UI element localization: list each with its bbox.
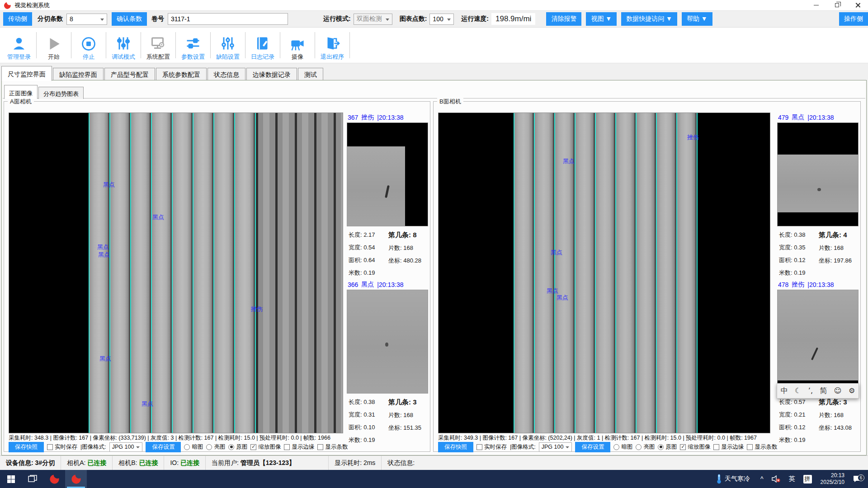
save-settings-button[interactable]: 保存设置 xyxy=(575,442,610,452)
stat-value: 197.86 xyxy=(834,257,852,264)
log-record-button[interactable]: 日志记录 xyxy=(245,29,280,61)
original-image-radio[interactable] xyxy=(228,444,234,450)
stat-value: 0.57 xyxy=(794,399,805,405)
start-button[interactable] xyxy=(0,470,22,488)
gear-icon[interactable]: ⚙ xyxy=(849,387,855,394)
start-button[interactable]: 开始 xyxy=(37,29,71,61)
dark-image-radio[interactable] xyxy=(613,444,619,450)
slit-count-select[interactable]: 8 xyxy=(66,14,107,25)
title-bar: 视觉检测系统 xyxy=(0,0,868,11)
tab-system-param-config[interactable]: 系统参数配置 xyxy=(156,68,207,81)
minimize-button[interactable] xyxy=(806,0,826,11)
realtime-save-checkbox[interactable] xyxy=(47,444,53,450)
admin-login-button[interactable]: 管理登录 xyxy=(2,29,36,61)
notification-center-button[interactable]: 6 xyxy=(849,475,868,483)
tab-edge-data-record[interactable]: 边缘数据记录 xyxy=(246,68,297,81)
save-settings-button[interactable]: 保存设置 xyxy=(146,442,181,452)
ime-punctuation-mode[interactable]: ’, xyxy=(808,387,813,394)
tab-test[interactable]: 测试 xyxy=(298,68,323,81)
chart-points-select[interactable]: 100 xyxy=(429,14,454,25)
moon-icon[interactable]: ☾ xyxy=(795,387,801,394)
thumbnail-material-region xyxy=(778,290,859,380)
data-quick-access-button[interactable]: 数据快捷访问 ▼ xyxy=(621,12,677,26)
save-snapshot-button[interactable]: 保存快照 xyxy=(438,442,473,452)
show-edge-checkbox[interactable] xyxy=(284,444,290,450)
view-menu-button[interactable]: 视图 ▼ xyxy=(586,12,617,26)
ime-toolbar: 中 ☾ ’, 简 ☺ ⚙ xyxy=(777,383,859,399)
emoji-icon[interactable]: ☺ xyxy=(834,387,842,394)
tab-trend-chart[interactable]: 分布趋势图表 xyxy=(38,87,84,99)
param-settings-button[interactable]: 参数设置 xyxy=(176,29,210,61)
tab-product-model-config[interactable]: 产品型号配置 xyxy=(104,68,155,81)
restore-button[interactable] xyxy=(826,0,847,11)
tab-front-image[interactable]: 正面图像 xyxy=(4,85,38,99)
thumbnail-material-region xyxy=(778,155,859,212)
h-sliders-icon xyxy=(185,35,201,52)
v-sliders-icon xyxy=(220,35,236,52)
weather-widget[interactable]: 天气寒冷 xyxy=(710,474,756,484)
bright-image-radio[interactable] xyxy=(206,444,212,450)
camera-b-view[interactable]: 挫伤 黑点 黑点 黑点 黑点 xyxy=(438,113,770,433)
defect-settings-button[interactable]: 缺陷设置 xyxy=(211,29,245,61)
slit-count-label: 分切条数 xyxy=(38,15,63,23)
monitor-gear-icon xyxy=(150,35,166,52)
zoom-image-label: 缩放图像 xyxy=(258,443,281,451)
ime-mode-indicator[interactable]: 拼 xyxy=(799,470,816,488)
stop-button[interactable]: 停止 xyxy=(71,29,106,61)
original-image-label: 原图 xyxy=(236,443,247,451)
run-mode-select[interactable]: 双面检测 xyxy=(354,14,392,25)
stat-label: 长度: xyxy=(349,399,362,405)
operator-side-button[interactable]: 操作侧 xyxy=(839,12,868,26)
show-count-checkbox[interactable] xyxy=(747,444,753,450)
roll-number-input[interactable] xyxy=(168,13,288,25)
show-edge-label: 显示边缘 xyxy=(292,443,314,451)
capture-button[interactable]: 摄像 xyxy=(280,29,315,61)
original-image-radio[interactable] xyxy=(658,444,664,450)
exit-program-button[interactable]: 退出程序 xyxy=(315,29,349,61)
camera-a-strip-boundaries xyxy=(89,113,256,433)
defect-thumbnail[interactable] xyxy=(347,122,428,226)
language-indicator[interactable]: 英 xyxy=(785,470,799,488)
tab-defect-monitor[interactable]: 缺陷监控界面 xyxy=(53,68,104,81)
image-format-select[interactable]: JPG 100 xyxy=(109,442,143,452)
task-view-button[interactable] xyxy=(22,470,43,488)
display-time-label: 显示耗时: xyxy=(335,459,362,466)
confirm-count-button[interactable]: 确认条数 xyxy=(112,12,147,26)
defect-thumbnail[interactable] xyxy=(777,122,859,226)
debug-mode-button[interactable]: 调试模式 xyxy=(106,29,141,61)
zoom-image-checkbox[interactable] xyxy=(680,444,686,450)
defect-type: 挫伤 xyxy=(361,113,374,122)
image-format-select[interactable]: JPG 100 xyxy=(539,442,572,452)
ime-lang-mode[interactable]: 中 xyxy=(781,387,788,394)
defect-thumbnail[interactable] xyxy=(347,290,428,394)
stat-value: 0.10 xyxy=(363,424,375,431)
ime-simplified-mode[interactable]: 简 xyxy=(820,387,827,394)
bright-image-radio[interactable] xyxy=(636,444,642,450)
help-menu-button[interactable]: 帮助 ▼ xyxy=(682,12,712,26)
notification-badge: 6 xyxy=(858,474,864,481)
defect-marker-label: 黑点 xyxy=(142,400,153,408)
volume-muted-button[interactable] xyxy=(768,470,785,488)
defect-thumbnail[interactable] xyxy=(777,290,859,394)
taskbar-clock[interactable]: 20:13 2025/2/10 xyxy=(816,472,849,486)
stat-value: 0.21 xyxy=(794,411,805,418)
defect-header: 366 黑点 |20:13:38 xyxy=(347,280,429,290)
zoom-image-checkbox[interactable] xyxy=(250,444,256,450)
taskbar-app-icon-active[interactable] xyxy=(65,470,87,488)
show-edge-checkbox[interactable] xyxy=(713,444,719,450)
show-count-checkbox[interactable] xyxy=(317,444,323,450)
taskbar-app-icon[interactable] xyxy=(43,470,65,488)
tab-status-info[interactable]: 状态信息 xyxy=(208,68,245,81)
realtime-save-checkbox[interactable] xyxy=(476,444,482,450)
tray-expand-button[interactable]: ^ xyxy=(756,470,768,488)
close-button[interactable] xyxy=(847,0,868,11)
dark-image-radio[interactable] xyxy=(184,444,190,450)
drive-side-button[interactable]: 传动侧 xyxy=(3,12,32,26)
io-status-label: IO: xyxy=(170,459,179,466)
tab-size-monitor[interactable]: 尺寸监控界面 xyxy=(1,66,52,81)
clock-date: 2025/2/10 xyxy=(821,479,844,486)
save-snapshot-button[interactable]: 保存快照 xyxy=(9,442,44,452)
system-config-button[interactable]: 系统配置 xyxy=(141,29,175,61)
clear-alarm-button[interactable]: 清除报警 xyxy=(546,12,581,26)
camera-a-view[interactable]: 黑点 黑点 黑点 黑点 挫伤 黑点 黑点 xyxy=(9,113,343,433)
